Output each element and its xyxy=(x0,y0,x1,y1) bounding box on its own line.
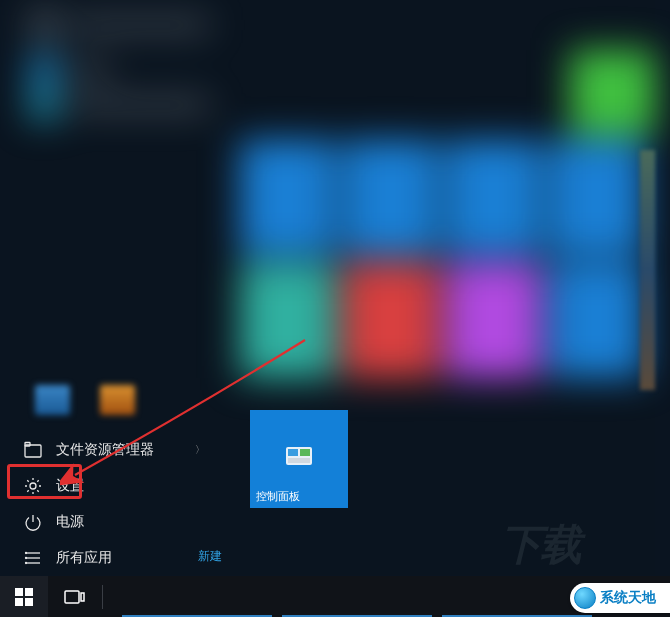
svg-point-2 xyxy=(30,483,36,489)
svg-rect-13 xyxy=(15,588,23,596)
power-icon xyxy=(24,513,42,531)
control-panel-icon xyxy=(284,441,314,471)
nav-label: 电源 xyxy=(56,513,84,531)
svg-rect-16 xyxy=(25,598,33,606)
section-label-new[interactable]: 新建 xyxy=(198,548,222,565)
svg-rect-17 xyxy=(65,591,79,603)
start-menu-left-nav: 文件资源管理器 〉 设置 电源 xyxy=(10,432,225,576)
folder-icon xyxy=(35,385,70,415)
svg-point-6 xyxy=(26,553,27,554)
nav-file-explorer[interactable]: 文件资源管理器 〉 xyxy=(10,432,225,468)
folder-icon xyxy=(100,385,135,415)
svg-rect-15 xyxy=(15,598,23,606)
nav-label: 文件资源管理器 xyxy=(56,441,154,459)
desktop-edge xyxy=(640,150,655,390)
task-view-button[interactable] xyxy=(48,576,100,617)
nav-settings[interactable]: 设置 xyxy=(10,468,225,504)
badge-orb-icon xyxy=(574,587,596,609)
taskbar-divider xyxy=(102,585,103,609)
windows-logo-icon xyxy=(15,588,33,606)
svg-rect-10 xyxy=(288,449,298,456)
gear-icon xyxy=(24,477,42,495)
nav-label: 所有应用 xyxy=(56,549,112,567)
chevron-right-icon: 〉 xyxy=(195,443,205,457)
svg-rect-0 xyxy=(25,445,41,457)
tile-control-panel[interactable]: 控制面板 xyxy=(250,410,348,508)
nav-label: 设置 xyxy=(56,477,84,495)
all-apps-icon xyxy=(24,549,42,567)
svg-rect-12 xyxy=(288,458,310,463)
nav-power[interactable]: 电源 xyxy=(10,504,225,540)
start-button[interactable] xyxy=(0,576,48,617)
tile-label: 控制面板 xyxy=(256,489,300,504)
file-explorer-icon xyxy=(24,441,42,459)
watermark-text: 下载 xyxy=(500,517,580,573)
blurred-background xyxy=(10,0,655,395)
start-tile-group: 控制面板 xyxy=(250,410,348,508)
watermark-badge: 系统天地 xyxy=(570,583,670,613)
svg-rect-1 xyxy=(25,443,30,447)
svg-rect-11 xyxy=(300,449,310,456)
svg-rect-18 xyxy=(81,593,84,601)
start-menu: 文件资源管理器 〉 设置 电源 xyxy=(10,0,655,575)
badge-text: 系统天地 xyxy=(600,589,656,607)
svg-point-7 xyxy=(26,558,27,559)
svg-rect-14 xyxy=(25,588,33,596)
nav-all-apps[interactable]: 所有应用 xyxy=(10,540,225,576)
svg-point-8 xyxy=(26,563,27,564)
task-view-icon xyxy=(63,588,85,606)
